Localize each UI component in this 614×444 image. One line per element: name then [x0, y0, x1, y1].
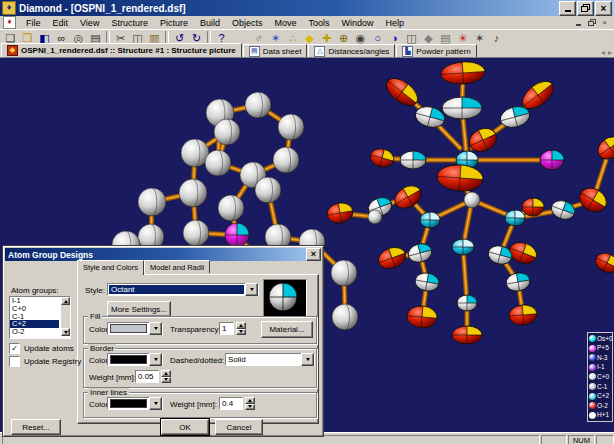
- inner-weight-label: Weight [mm]:: [170, 400, 217, 409]
- scroll-up-icon[interactable]: [61, 297, 70, 305]
- atom-groups-label: Atom groups:: [11, 286, 59, 295]
- menu-window[interactable]: Window: [335, 17, 379, 29]
- more-settings-button[interactable]: More Settings...: [107, 301, 171, 317]
- tab-data-sheet[interactable]: ▤Data sheet: [243, 44, 308, 57]
- menu-tools[interactable]: Tools: [302, 17, 335, 29]
- menu-edit[interactable]: Edit: [47, 17, 75, 29]
- dialog-tab-style-and-colors[interactable]: Style and Colors: [77, 260, 144, 275]
- transparency-input[interactable]: 1: [219, 322, 234, 335]
- diamond-app-window: { "window": {"title": "Diamond - [OSPNI_…: [0, 0, 614, 444]
- inner-color-swatch: [110, 399, 147, 408]
- powder-pattern-icon: ▙: [402, 46, 413, 57]
- reset-button[interactable]: Reset...: [11, 419, 61, 435]
- legend-item-n-3[interactable]: N-3: [589, 354, 611, 362]
- chevron-down-icon[interactable]: [301, 353, 314, 366]
- scroll-down-icon[interactable]: [61, 328, 70, 336]
- chevron-down-icon[interactable]: [245, 283, 258, 296]
- chevron-down-icon[interactable]: [149, 353, 162, 366]
- num-lock-indicator: NUM: [573, 436, 590, 444]
- atom-color-icon: [589, 383, 596, 390]
- border-weight-stepper[interactable]: [161, 370, 171, 383]
- status-pane-num: NUM: [568, 435, 595, 444]
- restore-button[interactable]: [577, 1, 594, 16]
- structure-doc-icon: ◆: [7, 45, 18, 56]
- menu-bar: ♦ FileEditViewStructurePictureBuildObjec…: [0, 16, 614, 29]
- tab-distances-angles[interactable]: △Distances/angles: [308, 44, 395, 57]
- fill-color-combobox[interactable]: [107, 322, 163, 335]
- legend-item-cp2[interactable]: C+2: [589, 392, 611, 400]
- transparency-label: Transparency:: [170, 325, 221, 334]
- border-weight-input[interactable]: 0.05: [135, 370, 159, 383]
- app-icon: ♦: [2, 1, 16, 15]
- fill-color-swatch: [110, 324, 147, 333]
- legend-item-osp0[interactable]: Os+0: [589, 335, 611, 343]
- inner-color-combobox[interactable]: [107, 397, 163, 410]
- checkbox-update-registry[interactable]: Update Registry: [9, 355, 81, 368]
- document-tab-bar: ◆OSPNI_1_rendered.dsf :: Structure #1 : …: [0, 45, 614, 58]
- octant-preview-image: [263, 279, 307, 317]
- ok-button[interactable]: OK: [161, 419, 209, 435]
- atom-color-icon: [589, 354, 596, 361]
- legend-item-o-2[interactable]: O-2: [589, 402, 611, 410]
- mdi-close-button[interactable]: ×: [599, 18, 610, 28]
- element-legend[interactable]: Os+0P+5N-3I-1C+0C-1C+2O-2H+1: [587, 332, 613, 422]
- inner-weight-stepper[interactable]: [245, 397, 255, 410]
- menu-file[interactable]: File: [20, 17, 47, 29]
- atom-color-icon: [589, 335, 596, 342]
- distances-angles-icon: △: [314, 46, 325, 57]
- dashed-dotted-combobox[interactable]: Solid: [225, 353, 315, 366]
- dashed-dotted-label: Dashed/dotted:: [170, 356, 224, 365]
- legend-item-pp5[interactable]: P+5: [589, 344, 611, 352]
- listbox-scrollbar[interactable]: [61, 297, 70, 336]
- dialog-title: Atom Group Designs: [8, 250, 93, 260]
- chevron-down-icon[interactable]: [149, 322, 162, 335]
- legend-item-i-1[interactable]: I-1: [589, 363, 611, 371]
- legend-item-cp0[interactable]: C+0: [589, 373, 611, 381]
- scroll-track[interactable]: [61, 305, 70, 328]
- border-weight-label: Weight [mm]:: [89, 373, 136, 382]
- dialog-close-button[interactable]: ×: [306, 248, 321, 261]
- dashed-dotted-value: Solid: [226, 355, 301, 364]
- menu-structure[interactable]: Structure: [105, 17, 154, 29]
- atom-groups-listbox[interactable]: I-1C+0C-1C+2O-2: [9, 296, 71, 339]
- menu-help[interactable]: Help: [380, 17, 411, 29]
- legend-item-c-1[interactable]: C-1: [589, 383, 611, 391]
- dialog-tab-model-and-radii[interactable]: Model and Radii: [144, 260, 210, 273]
- menu-build[interactable]: Build: [194, 17, 226, 29]
- close-button[interactable]: ×: [595, 1, 612, 16]
- mdi-restore-button[interactable]: [586, 18, 597, 28]
- atom-color-icon: [589, 364, 596, 371]
- atom-group-o-2[interactable]: O-2: [10, 328, 59, 336]
- atom-color-icon: [589, 412, 596, 419]
- menu-objects[interactable]: Objects: [226, 17, 269, 29]
- chevron-down-icon[interactable]: [149, 397, 162, 410]
- tab-scroll-right-icon[interactable]: ▸: [608, 48, 612, 57]
- title-bar[interactable]: ♦ Diamond - [OSPNI_1_rendered.dsf] ×: [0, 0, 614, 16]
- minimize-button[interactable]: [559, 1, 576, 16]
- tab-powder-pattern[interactable]: ▙Powder pattern: [396, 44, 476, 57]
- document-icon: ♦: [3, 16, 16, 29]
- notes-icon[interactable]: ♪: [488, 31, 505, 45]
- style-label: Style:: [85, 286, 105, 295]
- border-color-combobox[interactable]: [107, 353, 163, 366]
- transparency-stepper[interactable]: [236, 322, 246, 335]
- tab-scroll-left-icon[interactable]: ◂: [601, 48, 605, 57]
- menu-view[interactable]: View: [74, 17, 105, 29]
- menu-move[interactable]: Move: [268, 17, 302, 29]
- border-color-swatch: [110, 355, 147, 364]
- menu-picture[interactable]: Picture: [154, 17, 194, 29]
- inner-weight-input[interactable]: 0.4: [219, 397, 243, 410]
- style-combobox[interactable]: Octant: [107, 283, 259, 296]
- atom-color-icon: [589, 345, 596, 352]
- cancel-button[interactable]: Cancel: [215, 419, 263, 435]
- style-value: Octant: [109, 285, 244, 294]
- mdi-minimize-button[interactable]: [573, 18, 584, 28]
- fill-group-label: Fill: [88, 312, 102, 321]
- legend-item-hp1[interactable]: H+1: [589, 411, 611, 419]
- tab-structure-picture[interactable]: ◆OSPNI_1_rendered.dsf :: Structure #1 : …: [1, 43, 242, 57]
- material-button[interactable]: Material...: [261, 321, 313, 338]
- checkbox-update-atoms[interactable]: ✓Update atoms: [9, 342, 81, 355]
- atom-color-icon: [589, 373, 596, 380]
- atom-group-designs-dialog: Atom Group Designs × Style and ColorsMod…: [2, 245, 324, 437]
- status-pane-caps: [541, 435, 567, 444]
